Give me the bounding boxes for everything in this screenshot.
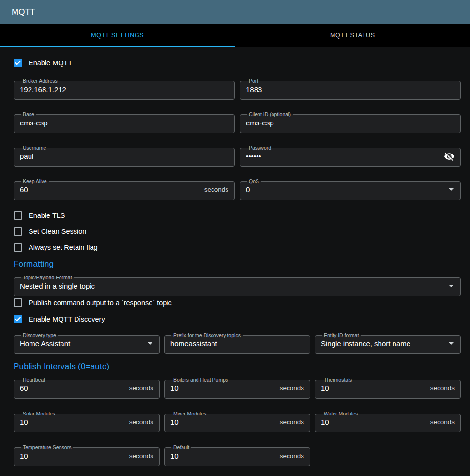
discovery-prefix-label: Prefix for the Discovery topics — [171, 332, 243, 338]
entity-format-value: Single instance, short name — [321, 339, 445, 348]
broker-address-input[interactable] — [20, 85, 228, 93]
retain-flag-checkbox[interactable]: Always set Retain flag — [14, 241, 461, 254]
checkbox-checked-icon — [14, 315, 22, 323]
discovery-type-label: Discovery type — [21, 332, 58, 338]
port-input[interactable] — [246, 85, 455, 93]
publish-response-checkbox[interactable]: Publish command output to a `response` t… — [14, 296, 461, 309]
checkbox-unchecked-icon — [14, 227, 22, 236]
mixer-interval-label: Mixer Modules — [171, 411, 208, 416]
boilers-interval-label: Boilers and Heat Pumps — [171, 377, 230, 383]
visibility-off-icon[interactable] — [444, 151, 455, 162]
password-field: Password — [240, 145, 461, 167]
port-field: Port — [240, 78, 461, 100]
boilers-interval-input[interactable] — [170, 384, 276, 392]
tab-bar: MQTT SETTINGS MQTT STATUS — [0, 24, 470, 47]
seconds-suffix: seconds — [430, 418, 455, 426]
seconds-suffix: seconds — [204, 186, 228, 193]
checkbox-label: Enable TLS — [29, 212, 65, 219]
client-id-label: Client ID (optional) — [247, 111, 293, 117]
discovery-type-select[interactable]: Discovery type Home Assistant — [14, 332, 160, 354]
app-bar: MQTT — [0, 0, 470, 24]
heartbeat-input[interactable] — [20, 384, 125, 392]
water-interval-input[interactable] — [321, 418, 426, 426]
topic-format-value: Nested in a single topic — [20, 282, 445, 290]
tab-mqtt-settings[interactable]: MQTT SETTINGS — [0, 24, 235, 47]
dropdown-arrow-icon — [449, 342, 454, 345]
entity-format-select[interactable]: Entity ID format Single instance, short … — [315, 332, 461, 354]
qos-value: 0 — [246, 185, 445, 194]
solar-interval-field: Solar Modules seconds — [14, 411, 160, 432]
water-interval-label: Water Modules — [322, 411, 360, 416]
settings-form: Enable MQTT Broker Address Port Base Cli… — [0, 47, 470, 476]
username-input[interactable] — [20, 152, 228, 160]
checkbox-label: Enable MQTT — [29, 59, 72, 67]
tab-mqtt-status[interactable]: MQTT STATUS — [235, 24, 470, 47]
solar-interval-input[interactable] — [20, 418, 125, 426]
qos-select[interactable]: QoS 0 — [240, 178, 461, 200]
sensors-interval-label: Temperature Sensors — [21, 445, 73, 450]
password-input[interactable] — [246, 152, 440, 160]
checkbox-label: Publish command output to a `response` t… — [29, 299, 172, 307]
enable-mqtt-checkbox[interactable]: Enable MQTT — [14, 57, 461, 69]
broker-address-label: Broker Address — [21, 78, 60, 84]
thermostats-interval-field: Thermostats seconds — [315, 377, 461, 399]
password-label: Password — [247, 145, 273, 151]
default-interval-field: Default seconds — [164, 445, 310, 466]
seconds-suffix: seconds — [129, 384, 153, 392]
base-input[interactable] — [20, 119, 228, 127]
default-interval-input[interactable] — [170, 452, 276, 460]
page-title: MQTT — [12, 7, 35, 17]
checkbox-label: Set Clean Session — [29, 228, 86, 235]
seconds-suffix: seconds — [280, 418, 304, 426]
qos-label: QoS — [247, 178, 261, 184]
discovery-prefix-field: Prefix for the Discovery topics — [164, 332, 310, 354]
topic-format-label: Topic/Payload Format — [21, 275, 74, 280]
client-id-input[interactable] — [246, 119, 455, 127]
topic-format-select[interactable]: Topic/Payload Format Nested in a single … — [14, 275, 461, 296]
enable-tls-checkbox[interactable]: Enable TLS — [14, 209, 461, 222]
heartbeat-field: Heartbeat seconds — [14, 377, 160, 399]
dropdown-arrow-icon — [148, 342, 152, 345]
dropdown-arrow-icon — [449, 188, 454, 191]
solar-interval-label: Solar Modules — [21, 411, 57, 416]
dropdown-arrow-icon — [449, 285, 454, 287]
checkbox-unchecked-icon — [14, 243, 22, 252]
checkbox-checked-icon — [14, 59, 22, 67]
seconds-suffix: seconds — [280, 452, 304, 460]
seconds-suffix: seconds — [430, 384, 455, 392]
discovery-type-value: Home Assistant — [20, 339, 144, 348]
username-label: Username — [21, 145, 48, 151]
boilers-interval-field: Boilers and Heat Pumps seconds — [164, 377, 310, 399]
mixer-interval-input[interactable] — [170, 418, 276, 426]
thermostats-interval-input[interactable] — [321, 384, 426, 392]
checkbox-label: Always set Retain flag — [29, 244, 98, 251]
seconds-suffix: seconds — [129, 452, 153, 460]
clean-session-checkbox[interactable]: Set Clean Session — [14, 225, 461, 238]
water-interval-field: Water Modules seconds — [315, 411, 461, 432]
entity-format-label: Entity ID format — [322, 332, 361, 338]
discovery-prefix-input[interactable] — [170, 339, 304, 348]
sensors-interval-field: Temperature Sensors seconds — [14, 445, 160, 466]
discovery-fields: Discovery type Home Assistant Prefix for… — [14, 332, 461, 354]
checkbox-unchecked-icon — [14, 298, 22, 307]
seconds-suffix: seconds — [129, 418, 153, 426]
seconds-suffix: seconds — [280, 384, 304, 392]
sensors-interval-input[interactable] — [20, 452, 125, 460]
thermostats-interval-label: Thermostats — [322, 377, 354, 383]
broker-address-field: Broker Address — [14, 78, 235, 100]
username-field: Username — [14, 145, 235, 167]
keep-alive-label: Keep Alive — [21, 178, 49, 184]
checkbox-label: Enable MQTT Discovery — [29, 315, 105, 323]
interval-fields: Heartbeat seconds Boilers and Heat Pumps… — [14, 377, 461, 466]
formatting-heading: Formatting — [14, 260, 461, 269]
connection-fields: Broker Address Port Base Client ID (opti… — [14, 78, 461, 200]
default-interval-label: Default — [171, 445, 191, 450]
keep-alive-input[interactable] — [20, 185, 200, 194]
base-label: Base — [21, 111, 36, 117]
client-id-field: Client ID (optional) — [240, 111, 461, 133]
port-label: Port — [247, 78, 260, 84]
heartbeat-label: Heartbeat — [21, 377, 47, 383]
enable-discovery-checkbox[interactable]: Enable MQTT Discovery — [14, 313, 461, 325]
publish-intervals-heading: Publish Intervals (0=auto) — [14, 362, 461, 371]
base-field: Base — [14, 111, 235, 133]
